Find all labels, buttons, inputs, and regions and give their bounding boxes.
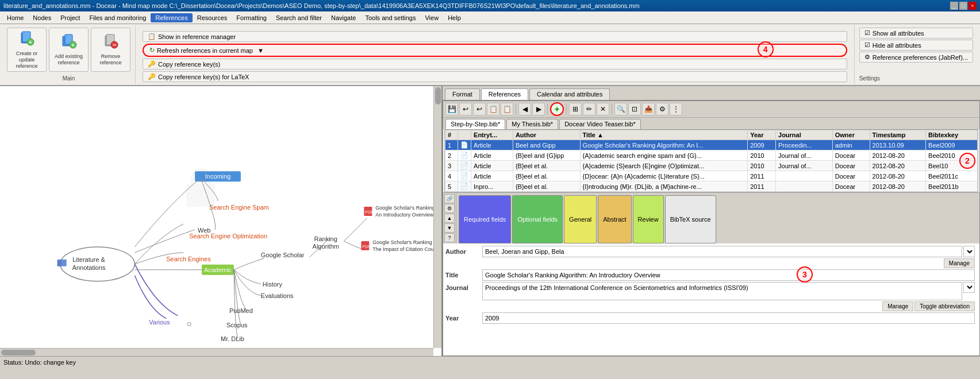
add-entry-button[interactable]: + (550, 102, 564, 116)
col-owner[interactable]: Owner (832, 130, 870, 140)
menu-project[interactable]: Project (56, 13, 84, 22)
tab-format[interactable]: Format (445, 88, 480, 100)
copy-ref-keys-button[interactable]: 🔑 Copy reference key(s) (143, 59, 847, 69)
col-timestamp[interactable]: Timestamp (870, 130, 926, 140)
field-side-btn-2[interactable]: ⚙ (444, 204, 455, 213)
svg-text:Literature &: Literature & (72, 256, 105, 263)
add-existing-reference-button[interactable]: + Add existing reference (49, 28, 89, 72)
ref-export-button[interactable]: 📤 (642, 103, 655, 115)
ref-delete-button[interactable]: ✕ (597, 103, 609, 115)
menu-formatting[interactable]: Formatting (232, 13, 271, 22)
ref-edit-button[interactable]: ✏ (583, 103, 595, 115)
ref-undo-button[interactable]: ↩ (459, 103, 472, 115)
field-side-btn-3[interactable]: ▲ (444, 214, 455, 223)
year-input[interactable] (482, 312, 975, 324)
col-bibtexkey[interactable]: Bibtexkey (926, 130, 978, 140)
ref-save-button[interactable]: 💾 (445, 103, 458, 115)
col-title[interactable]: Title ▲ (580, 130, 748, 140)
ref-paste-button[interactable]: 📋 (501, 103, 513, 115)
journal-manage-button[interactable]: Manage (882, 301, 913, 311)
menu-view[interactable]: View (420, 13, 443, 22)
ref-copy-button[interactable]: 📋 (487, 103, 499, 115)
col-author[interactable]: Author (513, 130, 580, 140)
ref-more-button[interactable]: ⋮ (670, 103, 682, 115)
svg-text:PDF: PDF (362, 245, 370, 249)
field-side-btn-5[interactable]: ? (444, 233, 455, 242)
col-year[interactable]: Year (748, 130, 776, 140)
show-all-attributes-button[interactable]: ☑ Show all attributes (859, 28, 973, 38)
menu-search[interactable]: Search and filter (271, 13, 326, 22)
bib-tab-docear[interactable]: Docear Video Teaser.bib* (559, 119, 641, 129)
bib-tab-step[interactable]: Step-by-Step.bib* (445, 119, 505, 129)
table-row[interactable]: 2📄Article{B}eel and {G}ipp{A}cademic sea… (445, 150, 978, 161)
journal-label: Journal (445, 282, 480, 291)
show-in-ref-manager-button[interactable]: 📋 Show in reference manager (143, 31, 847, 42)
svg-text:+: + (29, 39, 32, 45)
title-input[interactable] (482, 269, 975, 281)
horizontal-scrollbar[interactable] (0, 348, 433, 356)
col-entry-type[interactable]: Entryt... (471, 130, 513, 140)
ref-settings-button[interactable]: ⚙ (656, 103, 668, 115)
field-side-btn-1[interactable]: 🔗 (444, 194, 455, 203)
create-update-reference-button[interactable]: + Create or update reference (7, 28, 47, 72)
required-fields-tab[interactable]: Required fields (459, 195, 511, 243)
toggle-abbreviation-button[interactable]: Toggle abbreviation (914, 301, 975, 311)
refresh-refs-button[interactable]: ↻ Refresh references in current map ▼ (143, 44, 847, 57)
mindmap-panel[interactable]: Literature & Annotations Incoming Search… (0, 86, 443, 356)
general-tab[interactable]: General (564, 195, 597, 243)
bibtex-source-tab[interactable]: BibTeX source (665, 195, 716, 243)
abstract-tab[interactable]: Abstract (598, 195, 631, 243)
scroll-thumb-v[interactable] (435, 87, 441, 105)
scroll-thumb[interactable] (1, 350, 36, 355)
menu-nodes[interactable]: Nodes (28, 13, 56, 22)
journal-input[interactable] (482, 282, 962, 300)
ref-split-button[interactable]: ⊡ (628, 103, 641, 115)
table-row[interactable]: 1📄ArticleBeel and GippGoogle Scholar's R… (445, 140, 978, 150)
svg-rect-17 (57, 261, 62, 266)
window-controls[interactable]: _ □ × (950, 2, 977, 10)
tab-calendar[interactable]: Calendar and attributes (529, 88, 610, 100)
ref-table-container: 2 # Entryt... Author Title ▲ Year Journa… (444, 129, 978, 192)
author-input[interactable] (482, 246, 962, 257)
menu-files[interactable]: Files and monitoring (84, 13, 151, 22)
ref-back-button[interactable]: ◀ (518, 103, 531, 115)
copy-latex-icon: 🔑 (148, 73, 156, 80)
menu-help[interactable]: Help (443, 13, 466, 22)
show-all-icon: ☑ (864, 29, 870, 37)
references-table: # Entryt... Author Title ▲ Year Journal … (445, 130, 978, 192)
close-button[interactable]: × (969, 2, 977, 10)
minimize-button[interactable]: _ (950, 2, 958, 10)
author-manage-button[interactable]: Manage (944, 258, 975, 268)
col-num[interactable]: # (445, 130, 458, 140)
remove-icon: − (103, 33, 119, 52)
table-row[interactable]: 3📄Article{B}eel et al.{A}cademic {S}earc… (445, 161, 978, 171)
col-icon[interactable] (458, 130, 471, 140)
col-journal[interactable]: Journal (776, 130, 833, 140)
table-row[interactable]: 4📄Article{B}eel et al.{D}ocear: {A}n {A}… (445, 171, 978, 181)
svg-text:Ranking: Ranking (314, 235, 337, 242)
menu-navigate[interactable]: Navigate (326, 13, 360, 22)
journal-dropdown[interactable]: ▼ (963, 282, 975, 293)
maximize-button[interactable]: □ (959, 2, 967, 10)
ref-redo-button[interactable]: ↩ (473, 103, 486, 115)
bib-tab-thesis[interactable]: My Thesis.bib* (506, 119, 558, 129)
field-side-btn-4[interactable]: ▼ (444, 223, 455, 233)
copy-ref-latex-button[interactable]: 🔑 Copy reference key(s) for LaTeX (143, 71, 847, 82)
ref-layout-button[interactable]: ⊞ (569, 103, 582, 115)
ref-forward-button[interactable]: ▶ (532, 103, 545, 115)
menu-home[interactable]: Home (2, 13, 28, 22)
menu-resources[interactable]: Resources (193, 13, 232, 22)
menu-tools[interactable]: Tools and settings (360, 13, 420, 22)
optional-fields-tab[interactable]: Optional fields (512, 195, 563, 243)
table-row[interactable]: 5📄Inpro...{B}eel et al.{I}ntroducing {M}… (445, 181, 978, 192)
ref-search-button[interactable]: 🔍 (614, 103, 627, 115)
ref-preferences-button[interactable]: ⚙ Reference preferences (JabRef)... (859, 52, 973, 63)
tab-references[interactable]: References (481, 88, 528, 100)
review-tab[interactable]: Review (633, 195, 664, 243)
hide-all-attributes-button[interactable]: ☑ Hide all attributes (859, 40, 973, 51)
remove-reference-button[interactable]: − Remove reference (91, 28, 130, 72)
author-dropdown[interactable]: ▼ (963, 246, 975, 257)
menu-references[interactable]: References (151, 13, 192, 22)
vertical-scrollbar[interactable] (433, 86, 441, 348)
status-text: Status: Undo: change key (3, 359, 76, 366)
